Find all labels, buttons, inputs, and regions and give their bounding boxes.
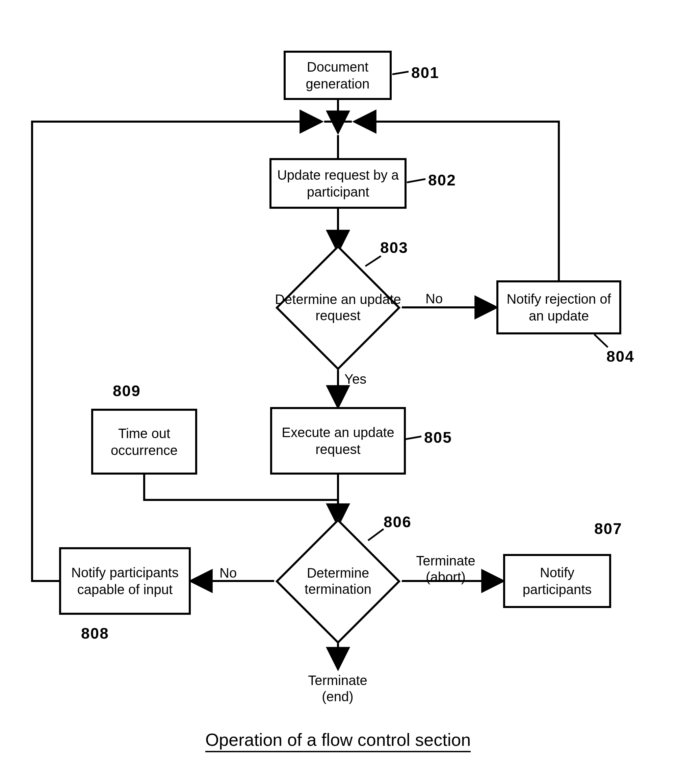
edge-label-803-no: No — [426, 291, 443, 307]
edge-label-806-no: No — [219, 565, 237, 581]
ref-806: 806 — [384, 513, 412, 531]
edge-label-803-yes: Yes — [344, 371, 366, 387]
ref-802: 802 — [428, 171, 456, 189]
svg-line-11 — [407, 179, 426, 182]
connector-lines — [0, 0, 676, 784]
svg-line-10 — [392, 72, 409, 74]
svg-line-14 — [406, 436, 421, 439]
node-notify-capable-input: Notify participants capable of input — [59, 547, 191, 615]
ref-801: 801 — [411, 64, 439, 82]
node-update-request: Update request by a participant — [269, 158, 407, 209]
decision-update-request-label: Determine an update request — [274, 257, 402, 358]
edge-label-806-end: Terminate (end) — [304, 672, 371, 705]
node-document-generation: Document generation — [284, 51, 392, 100]
ref-809: 809 — [113, 382, 141, 400]
edge-label-806-abort: Terminate (abort) — [405, 552, 486, 585]
flowchart-canvas: Document generation 801 Update request b… — [0, 0, 676, 784]
decision-termination-label: Determine termination — [274, 530, 402, 632]
node-timeout: Time out occurrence — [91, 409, 197, 474]
node-notify-rejection: Notify rejection of an update — [496, 280, 621, 334]
node-notify-participants: Notify participants — [503, 554, 611, 608]
ref-805: 805 — [424, 428, 452, 446]
ref-807: 807 — [594, 520, 622, 538]
ref-804: 804 — [606, 347, 634, 366]
diagram-caption: Operation of a flow control section — [0, 730, 676, 750]
node-execute-update: Execute an update request — [270, 407, 406, 474]
diagram-caption-text: Operation of a flow control section — [205, 730, 471, 752]
ref-808: 808 — [81, 624, 109, 642]
ref-803: 803 — [380, 238, 408, 257]
svg-line-13 — [594, 334, 608, 347]
